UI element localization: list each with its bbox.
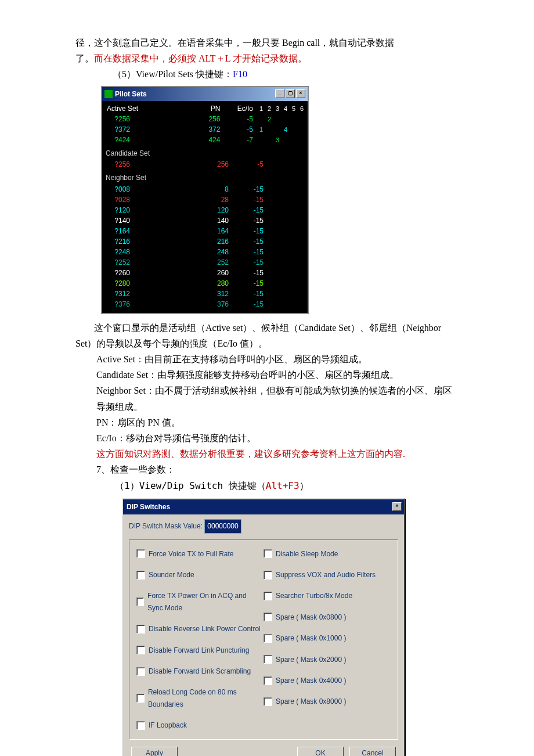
pilot-row: ?164164-15: [106, 226, 304, 236]
pilot-row: ?216216-15: [106, 236, 304, 247]
dip-option[interactable]: Disable Forward Link Scrambling: [136, 665, 264, 677]
checkbox[interactable]: [136, 694, 145, 703]
alt-l-note: 而在数据采集中，必须按 ALT＋L 才开始记录数据。: [94, 53, 307, 63]
dip-option-label: Reload Long Code on 80 ms Boundaries: [148, 686, 264, 710]
pilot-row: ?248248-15: [106, 247, 304, 257]
pilot-row: ?260260-15: [106, 268, 304, 278]
pilot-title-text: Pilot Sets: [115, 88, 147, 100]
dip-close-button[interactable]: ×: [392, 502, 402, 511]
dip-option[interactable]: Force Voice TX to Full Rate: [136, 548, 264, 560]
dip-option[interactable]: Reload Long Code on 80 ms Boundaries: [136, 686, 264, 710]
pilot-titlebar: Pilot Sets _ ▢ ×: [102, 87, 308, 101]
mask-label: DIP Switch Mask Value:: [129, 522, 203, 530]
section-7: 7、检查一些参数：: [96, 462, 459, 477]
checkbox[interactable]: [136, 549, 145, 558]
dip-option-label: Spare ( Mask 0x1000 ): [276, 632, 346, 644]
dip-option[interactable]: Spare ( Mask 0x8000 ): [264, 696, 391, 707]
pilot-row: ?372372-514: [106, 124, 304, 135]
explain-candidate: Candidate Set：由导频强度能够支持移动台呼叫的小区、扇区的导频组成。: [96, 367, 459, 383]
checkbox[interactable]: [264, 655, 272, 664]
pilot-header-row: Active Set PN Ec/Io 1 2 3 4 5 6: [106, 103, 304, 114]
pilot-row: ?256256-5: [106, 159, 304, 170]
shortcut-altf3: Alt+F3: [266, 480, 300, 491]
dip-option-label: Spare ( Mask 0x0800 ): [276, 611, 346, 623]
cancel-button[interactable]: Cancel: [349, 747, 396, 756]
explain-important: 这方面知识对路测、数据分析很重要，建议多研究参考资料上这方面的内容.: [96, 446, 459, 462]
explain-active: Active Set：由目前正在支持移动台呼叫的小区、扇区的导频组成。: [96, 351, 459, 367]
checkbox[interactable]: [264, 613, 272, 621]
pilot-row: ?376376-15: [106, 299, 304, 309]
checkbox[interactable]: [264, 592, 272, 600]
dip-option[interactable]: Spare ( Mask 0x0800 ): [264, 611, 391, 623]
dip-option-label: Suppress VOX and Audio Filters: [276, 569, 376, 581]
dip-option[interactable]: Force TX Power On in ACQ and Sync Mode: [136, 590, 264, 614]
apply-button[interactable]: Apply: [131, 747, 178, 756]
explain-neighbor: Neighbor Set：由不属于活动组或候补组，但极有可能成为软切换的候选者的…: [96, 383, 459, 414]
ok-button[interactable]: OK: [297, 747, 344, 756]
explain-1: 这个窗口显示的是活动组（Active set）、候补组（Candidate Se…: [75, 320, 459, 351]
checkbox[interactable]: [264, 697, 272, 706]
minimize-button[interactable]: _: [275, 89, 284, 98]
dip-shortcut-line: （1）View/Dip Switch 快捷键（Alt+F3）: [96, 478, 459, 494]
pilot-row: ?252252-15: [106, 257, 304, 268]
body-line-1: 径，这个刻意自己定义。在语音采集中，一般只要 Begin call，就自动记录数…: [75, 35, 459, 51]
dip-switches-dialog: DIP Switches × DIP Switch Mask Value: 00…: [122, 498, 405, 756]
dip-option[interactable]: Spare ( Mask 0x2000 ): [264, 654, 391, 665]
dip-option-label: Force TX Power On in ACQ and Sync Mode: [147, 590, 264, 614]
mask-row: DIP Switch Mask Value: 00000000: [129, 519, 398, 533]
dip-option[interactable]: Searcher Turbo/8x Mode: [264, 590, 391, 602]
pilot-row: ?280280-15: [106, 278, 304, 289]
explain-pn: PN：扇区的 PN 值。: [96, 415, 459, 430]
neighbor-label: Neighbor Set: [106, 172, 304, 183]
pilot-row: ?424424-73: [106, 135, 304, 145]
checkbox[interactable]: [264, 676, 272, 685]
body-line-2: 了。而在数据采集中，必须按 ALT＋L 才开始记录数据。: [75, 51, 459, 66]
close-button[interactable]: ×: [296, 89, 305, 98]
checkbox[interactable]: [136, 646, 145, 654]
dip-option-label: Disable Sleep Mode: [276, 548, 338, 560]
dip-title-text: DIP Switches: [127, 501, 170, 513]
dip-option[interactable]: IF Loopback: [136, 719, 264, 731]
pilot-sets-window: Pilot Sets _ ▢ × Active Set PN Ec/Io 1 2…: [101, 86, 309, 314]
pilot-row: ?140140-15: [106, 215, 304, 226]
dip-option-label: Disable Reverse Link Power Control: [149, 623, 261, 635]
dip-option-label: Searcher Turbo/8x Mode: [276, 590, 352, 602]
pilot-row: ?120120-15: [106, 205, 304, 215]
checkbox[interactable]: [136, 597, 144, 606]
pilot-row: ?0088-15: [106, 184, 304, 195]
candidate-label: Candidate Set: [106, 147, 304, 159]
dip-option[interactable]: Spare ( Mask 0x1000 ): [264, 632, 391, 644]
pilot-row: ?02828-15: [106, 195, 304, 205]
dip-option[interactable]: Disable Reverse Link Power Control: [136, 623, 264, 635]
checkbox[interactable]: [136, 625, 145, 633]
dip-option-label: Force Voice TX to Full Rate: [149, 548, 234, 560]
shortcut-f10: F10: [233, 69, 247, 79]
dip-option[interactable]: Disable Sleep Mode: [264, 548, 391, 560]
checkbox[interactable]: [264, 571, 272, 579]
dip-option[interactable]: Disable Forward Link Puncturing: [136, 645, 264, 656]
dip-option-label: Spare ( Mask 0x8000 ): [276, 696, 346, 707]
pilot-row: ?312312-15: [106, 289, 304, 299]
app-icon: [104, 90, 113, 98]
checkbox[interactable]: [136, 571, 145, 579]
mask-value-input[interactable]: 00000000: [204, 519, 241, 533]
dip-option[interactable]: Spare ( Mask 0x4000 ): [264, 675, 391, 686]
options-box: Force Voice TX to Full RateSounder ModeF…: [129, 539, 398, 740]
maximize-button[interactable]: ▢: [286, 89, 295, 98]
dip-option[interactable]: Suppress VOX and Audio Filters: [264, 569, 391, 581]
checkbox[interactable]: [136, 667, 145, 676]
dip-titlebar: DIP Switches ×: [123, 499, 404, 514]
checkbox[interactable]: [264, 634, 272, 643]
dip-option-label: Disable Forward Link Scrambling: [149, 665, 251, 677]
dip-option-label: Sounder Mode: [149, 569, 194, 581]
explain-ecio: Ec/Io：移动台对导频信号强度的估计。: [96, 430, 459, 446]
dip-option[interactable]: Sounder Mode: [136, 569, 264, 581]
checkbox[interactable]: [264, 549, 272, 558]
pilot-row: ?256256-52: [106, 114, 304, 124]
body-line-3: （5）View/Pilot Sets 快捷键：F10: [75, 66, 459, 82]
dip-option-label: IF Loopback: [149, 719, 187, 731]
dip-option-label: Disable Forward Link Puncturing: [149, 645, 249, 656]
dip-option-label: Spare ( Mask 0x2000 ): [276, 654, 346, 665]
dip-option-label: Spare ( Mask 0x4000 ): [276, 675, 346, 686]
checkbox[interactable]: [136, 721, 145, 730]
